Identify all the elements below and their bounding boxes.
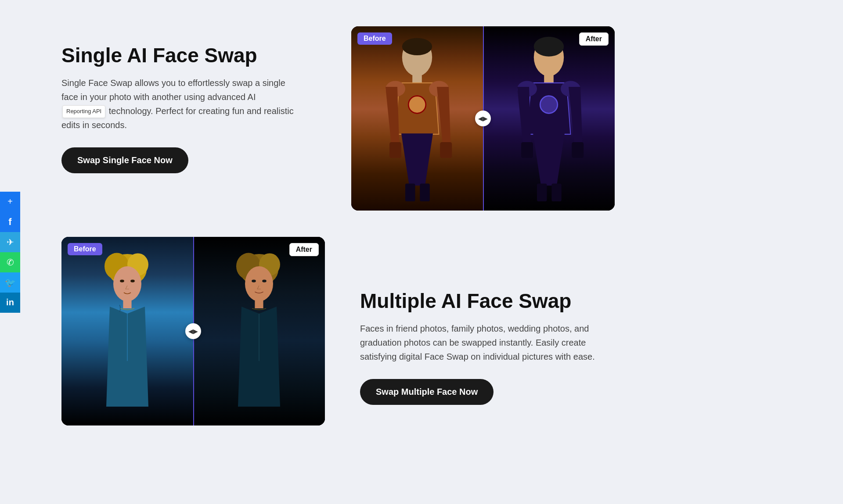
linkedin-icon[interactable]: in [0, 293, 20, 313]
svg-point-23 [113, 266, 141, 301]
main-content: Single AI Face Swap Single Face Swap all… [0, 0, 843, 452]
single-section-title: Single AI Face Swap [61, 44, 325, 67]
svg-rect-8 [405, 184, 415, 202]
multiple-section-description: Faces in friend photos, family photos, w… [360, 322, 597, 364]
svg-point-30 [245, 266, 273, 301]
svg-point-25 [130, 279, 135, 282]
svg-rect-17 [572, 142, 584, 158]
svg-rect-9 [420, 184, 430, 202]
single-face-comparison-card: Before After [351, 26, 615, 211]
svg-rect-18 [537, 184, 547, 202]
multiple-after-label: After [289, 243, 319, 256]
svg-rect-19 [551, 184, 562, 202]
multiple-face-comparison-card: Before After [61, 237, 325, 425]
reporting-api-tooltip: Reporting API [62, 105, 105, 118]
swap-multiple-face-button[interactable]: Swap Multiple Face Now [360, 379, 494, 405]
svg-rect-7 [440, 142, 452, 158]
svg-point-24 [120, 279, 124, 282]
multiple-section-title: Multiple AI Face Swap [360, 290, 808, 313]
svg-point-3 [408, 96, 426, 114]
svg-point-1 [402, 38, 432, 55]
single-before-label: Before [357, 32, 392, 45]
share-icon[interactable]: + [0, 192, 20, 212]
svg-point-11 [534, 37, 564, 57]
drag-handle[interactable]: ◀▶ [475, 111, 491, 126]
svg-rect-33 [255, 300, 263, 308]
svg-point-31 [252, 279, 256, 282]
single-section-text: Single AI Face Swap Single Face Swap all… [61, 26, 325, 173]
svg-rect-26 [123, 300, 131, 308]
svg-rect-6 [389, 142, 401, 158]
facebook-icon[interactable]: f [0, 212, 20, 232]
svg-point-32 [262, 279, 267, 282]
single-section-description: Single Face Swap allows you to effortles… [61, 76, 299, 132]
multiple-section-text: Multiple AI Face Swap Faces in friend ph… [360, 237, 808, 405]
svg-rect-2 [412, 75, 422, 83]
single-face-swap-section: Single AI Face Swap Single Face Swap all… [26, 0, 843, 228]
twitter-icon[interactable]: 🐦 [0, 272, 20, 293]
multiple-face-swap-section: Before After [26, 228, 843, 452]
svg-rect-12 [544, 75, 554, 83]
description-part1: Single Face Swap allows you to effortles… [61, 78, 285, 102]
telegram-icon[interactable]: ✈ [0, 232, 20, 252]
multiple-drag-handle[interactable]: ◀▶ [185, 323, 201, 339]
svg-rect-16 [521, 142, 533, 158]
whatsapp-icon[interactable]: ✆ [0, 252, 20, 272]
single-after-label: After [579, 32, 609, 46]
social-sidebar: + f ✈ ✆ 🐦 in [0, 192, 20, 313]
swap-single-face-button[interactable]: Swap Single Face Now [61, 147, 188, 173]
multiple-before-label: Before [68, 243, 102, 255]
svg-point-13 [540, 96, 558, 114]
